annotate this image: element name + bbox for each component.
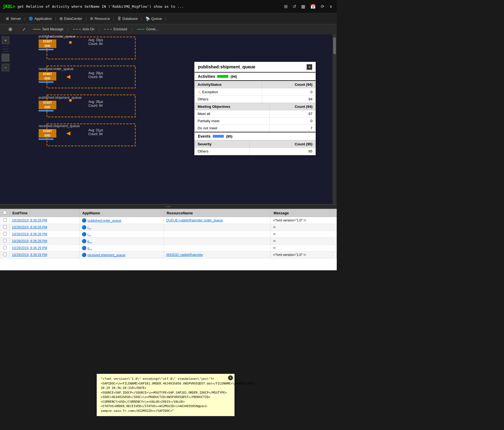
ctrl-sep-3 (3, 51, 8, 52)
tooltip-close-btn[interactable]: × (307, 64, 312, 70)
row-checkbox[interactable] (3, 232, 7, 236)
graph-area[interactable]: published:order_queue START END Avg: 33μ… (11, 34, 332, 204)
others-activity-label: Others (195, 96, 262, 103)
legend-correl: Correl... (137, 27, 158, 31)
resource-link[interactable]: @82032::rabbit@apmdw (166, 253, 203, 257)
nav-datacenter[interactable]: ⊞ DataCenter (57, 17, 85, 21)
partially-meet-count: 0 (270, 117, 315, 125)
time-link[interactable]: 10/29/2019, 8:36:28 PM (12, 218, 47, 222)
node-pub-order-end: END (39, 44, 56, 48)
ctrl-sep-2 (3, 49, 8, 49)
mail-icon[interactable]: ✉ (303, 253, 306, 257)
activities-count: (94) (230, 74, 237, 79)
node-pub-ship-stats: Avg: 26μs Count: 94 (88, 100, 103, 108)
app-icon: 🔵 (82, 218, 86, 223)
nav-sep-5: | (140, 17, 142, 21)
jkql-query: get Relative of Activity where SetName I… (17, 4, 283, 9)
warning-icon: ⚠ (198, 90, 201, 94)
node-pub-order-label: published:order_queue (39, 34, 75, 38)
mail-icon[interactable]: ✉ (273, 239, 276, 243)
chart-icon-btn[interactable]: ▦ (300, 3, 307, 10)
correl-line (137, 29, 145, 30)
legend-bar: ⊕ ⤢ Sent Message | Acts On | Enclosed | … (0, 24, 337, 34)
node-pub-order-start: START (39, 39, 56, 44)
others-severity-count: 95 (250, 148, 315, 155)
node-rec-order: received:order_queue START END (39, 67, 73, 83)
mail-icon[interactable]: ✉ (303, 218, 306, 222)
legend-enclosed: Enclosed (104, 27, 127, 31)
app-link[interactable]: p... (87, 246, 92, 250)
database-icon: 🗄 (118, 17, 121, 21)
queue-icon: 📡 (145, 17, 150, 21)
header-appname: AppIName (79, 209, 164, 217)
row-checkbox[interactable] (3, 225, 7, 229)
app-link[interactable]: published:order_queue (87, 219, 121, 223)
table-row: Others 95 (195, 148, 315, 155)
zoom-in-btn[interactable]: ⊕ (6, 26, 15, 32)
tooltip-popup: published:shipment_queue × Activities (9… (194, 62, 316, 155)
header-checkbox (0, 209, 10, 217)
scroll-thumb[interactable] (333, 38, 336, 54)
fit-screen-btn[interactable]: ⤢ (20, 27, 28, 31)
app-link[interactable]: r... (87, 233, 91, 236)
nav-application[interactable]: 🔵 Application (26, 17, 55, 21)
app-icon: 🔵 (82, 253, 86, 257)
row-checkbox[interactable] (3, 253, 7, 256)
row-checkbox[interactable] (3, 218, 7, 222)
app-link[interactable]: r... (87, 226, 91, 229)
app-link[interactable]: p... (87, 239, 92, 243)
others-activity-count: 94 (262, 96, 315, 103)
minimap-box (2, 54, 9, 62)
meet-all-count: 87 (270, 110, 315, 117)
nav-database[interactable]: 🗄 Database (115, 17, 141, 21)
tooltip-activities-row: Activities (94) (195, 73, 315, 81)
row-checkbox[interactable] (3, 239, 7, 242)
table-row: ⚠ Exception 0 (195, 88, 315, 96)
node-rec-ship: received:shipment_queue START END (39, 124, 80, 140)
time-link[interactable]: 10/29/2019, 8:36:29 PM (12, 253, 47, 257)
node-pub-order-bar (39, 49, 54, 50)
nav-resource[interactable]: ⚙ Resource (87, 17, 113, 21)
refresh-icon-btn[interactable]: ⟳ (319, 3, 326, 10)
app-link[interactable]: received:shipment_queue (87, 253, 125, 257)
table-row: Partially meet 0 (195, 117, 315, 125)
tooltip-title: published:shipment_queue (198, 65, 255, 70)
jkql-label: jKQL> (3, 4, 15, 9)
node-rec-ship-stats: Avg: 31μs Count: 94 (88, 128, 103, 136)
nav-bar: 🖥 Server | 🔵 Application | ⊞ DataCenter … (0, 13, 337, 24)
time-link[interactable]: 10/29/2019, 8:36:28 PM (12, 239, 47, 243)
bottom-table-container: • • • EndTime AppIName ResourceName Mess… (0, 204, 337, 270)
select-all-checkbox[interactable] (3, 211, 7, 214)
calendar-icon-btn[interactable]: 📅 (309, 3, 317, 10)
events-bar (213, 135, 224, 138)
time-link[interactable]: 10/29/2019, 8:36:29 PM (12, 246, 47, 250)
exception-label: ⚠ Exception (195, 88, 262, 96)
tooltip-events-row: Events (95) (195, 132, 315, 140)
zoom-plus-btn[interactable]: + (2, 36, 9, 44)
mail-icon[interactable]: ✉ (273, 246, 276, 250)
undo-icon-btn[interactable]: ↺ (291, 3, 298, 10)
events-count: (95) (226, 134, 232, 138)
node-rec-order-start: START (39, 72, 56, 76)
terminal-icon-btn[interactable]: ⊞ (283, 3, 289, 10)
node-rec-ship-label: received:shipment_queue (39, 124, 80, 128)
table-row: 10/29/2019, 8:36:29 PM 🔵p... ✉ (0, 245, 337, 252)
right-scrollbar[interactable] (332, 34, 337, 204)
mail-icon[interactable]: ✉ (273, 225, 276, 229)
mail-icon[interactable]: ✉ (273, 232, 276, 236)
top-bar: jKQL> get Relative of Activity where Set… (0, 0, 337, 13)
application-icon: 🔵 (29, 17, 33, 21)
app-icon: 🔵 (82, 239, 86, 243)
nav-queue[interactable]: 📡 Queue (143, 17, 165, 21)
zoom-minus-btn[interactable]: − (2, 64, 9, 71)
bottom-table: EndTime AppIName ResourceName Message 10… (0, 209, 337, 258)
nav-sep-2: | (55, 17, 57, 21)
time-link[interactable]: 10/29/2019, 8:36:28 PM (12, 225, 47, 229)
expand-icon-btn[interactable]: ∨ (328, 3, 334, 10)
resource-link[interactable]: QUEUE=rabbit@apmdw::order_queue (166, 218, 223, 222)
events-label: Events (198, 134, 211, 138)
time-link[interactable]: 10/29/2019, 8:36:28 PM (12, 232, 47, 236)
message-text: <?xml version="1.0" (273, 218, 303, 222)
row-checkbox[interactable] (3, 246, 7, 249)
nav-server[interactable]: 🖥 Server (3, 17, 24, 21)
